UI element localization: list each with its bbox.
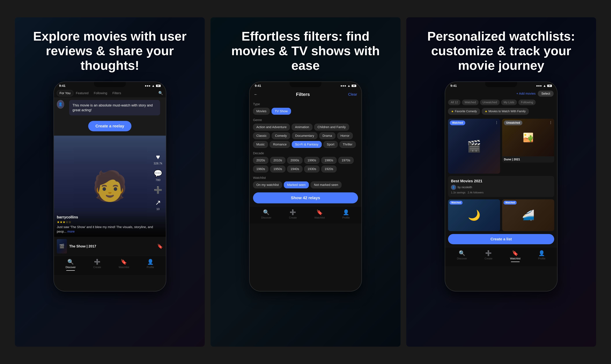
card-menu-icon[interactable]: ⋮: [495, 120, 498, 125]
comment-action[interactable]: 💬 780: [154, 169, 162, 182]
chip-movies-family[interactable]: ★ Movies to Watch With Family: [482, 108, 529, 115]
feed-nav-tabs: For You Featured Following Filters 🔍: [54, 89, 166, 98]
nav-watchlist-3[interactable]: 🔖 Watchlist: [510, 250, 520, 262]
moonlight-watched-badge: Watched: [449, 201, 462, 205]
watchlist-icon-2: 🔖: [316, 209, 323, 215]
dune-card-menu[interactable]: ⋮: [549, 120, 552, 125]
create-list-button[interactable]: Create a list: [448, 234, 554, 244]
filter-tag-sport[interactable]: Sport: [324, 141, 338, 148]
status-icons: ●●● ▲ 80: [145, 84, 161, 88]
tab-filters[interactable]: Filters: [110, 90, 124, 96]
feed-post-info: barrycollins ★★★☆☆ Just saw 'The Show' a…: [54, 212, 166, 237]
chip-favorite-comedy[interactable]: ★ Favorite Comedy: [448, 108, 480, 115]
filters-title: Filters: [296, 92, 310, 97]
filter-tag-classic[interactable]: Classic: [253, 132, 270, 139]
nav-profile-1[interactable]: 👤 Profile: [147, 259, 154, 271]
tab-for-you[interactable]: For You: [57, 90, 73, 96]
pill-following[interactable]: Following: [518, 100, 536, 105]
filter-tag-horror[interactable]: Horror: [337, 132, 353, 139]
filter-tag-thriller[interactable]: Thriller: [339, 141, 356, 148]
filter-tag-1970s[interactable]: 1970s: [338, 157, 354, 164]
filter-tag-2020s[interactable]: 2020s: [253, 157, 268, 164]
back-button[interactable]: ←: [254, 92, 258, 97]
filter-tag-music[interactable]: Music: [253, 141, 268, 148]
filter-tag-2010s[interactable]: 2010s: [270, 157, 285, 164]
post-avatar: 👤: [57, 100, 64, 109]
dune-card-title: Dune | 2021: [502, 156, 554, 162]
star-icon-1: ★: [451, 110, 454, 113]
nav-profile-2[interactable]: 👤 Profile: [342, 209, 350, 219]
filter-tag-action[interactable]: Action and Adventure: [253, 124, 290, 130]
panel-2-content: Effortless filters: find movies & TV sho…: [211, 17, 400, 347]
share-action[interactable]: ↗ 10: [155, 198, 161, 211]
signal-icon-3: ●●●: [536, 84, 542, 88]
like-action[interactable]: ♥ 328.7k: [154, 153, 162, 165]
watchlist-icon: 🔖: [121, 259, 127, 265]
bottom-navigation-1: 🔍 Discover ➕ Create 🔖 Watchlist: [54, 256, 166, 275]
filter-tag-documentary[interactable]: Documentary: [292, 132, 317, 139]
filter-tag-drama[interactable]: Drama: [319, 132, 335, 139]
tab-featured[interactable]: Featured: [73, 90, 91, 96]
profile-icon: 👤: [147, 259, 154, 265]
clear-button[interactable]: Clear: [348, 92, 357, 97]
search-icon[interactable]: 🔍: [158, 91, 163, 95]
genre-filter-section: Genre Action and Adventure Animation Chi…: [250, 116, 361, 149]
nav-create-1[interactable]: ➕ Create: [93, 259, 101, 271]
filter-tag-marked-seen[interactable]: Marked seen: [284, 182, 309, 188]
phone-1: 9:41 ●●● ▲ 80 For You Featured: [54, 81, 166, 291]
post-username: barrycollins: [57, 215, 163, 220]
filter-tag-tvshow[interactable]: TV Show: [272, 108, 291, 115]
filter-tag-1980s[interactable]: 1980s: [321, 157, 337, 164]
nav-discover-3[interactable]: 🔍 Discover: [457, 250, 467, 262]
pill-all[interactable]: All 12: [448, 100, 461, 105]
add-movies-button[interactable]: + Add movies: [516, 92, 536, 95]
tab-following[interactable]: Following: [91, 90, 110, 96]
phone-3: 9:41 ●●● ▲ 80 + Add movies Select: [445, 81, 557, 291]
filter-tag-1960s[interactable]: 1960s: [253, 166, 268, 172]
select-button[interactable]: Select: [538, 91, 554, 97]
decade-section-label: Decade: [253, 151, 358, 155]
filter-tag-romance[interactable]: Romance: [270, 141, 290, 148]
panel-3-title: Personalized watchlists: customize & tra…: [406, 17, 596, 81]
filter-tag-scifi[interactable]: Sci-Fi & Fantasy: [292, 141, 322, 148]
movie-card-1: 🎬 Watched ⋮: [448, 119, 500, 174]
nav-create-3[interactable]: ➕ Create: [485, 250, 492, 262]
moonlight-card: 🌙 Watched: [448, 199, 500, 231]
list-user-avatar: 👤: [451, 185, 456, 190]
add-action[interactable]: ➕: [154, 186, 162, 194]
filter-tag-1990s[interactable]: 1990s: [304, 157, 320, 164]
time-display-2: 9:41: [255, 84, 261, 88]
filter-tag-movies[interactable]: Movies: [253, 108, 270, 115]
filter-tag-1950s[interactable]: 1950s: [270, 166, 285, 172]
filter-tag-children[interactable]: Children and Family: [314, 124, 349, 130]
time-display-3: 9:41: [450, 84, 457, 88]
filter-tag-animation[interactable]: Animation: [292, 124, 312, 130]
panel-filters: Effortless filters: find movies & TV sho…: [211, 17, 400, 347]
more-link[interactable]: more: [67, 230, 75, 233]
filter-tag-2000s[interactable]: 2000s: [287, 157, 302, 164]
feed-action-buttons: ♥ 328.7k 💬 780 ➕: [154, 153, 162, 211]
nav-watchlist-1[interactable]: 🔖 Watchlist: [119, 259, 129, 271]
filter-tag-1920s[interactable]: 1920s: [321, 166, 337, 172]
active-underline: [66, 270, 75, 271]
nav-create-2[interactable]: ➕ Create: [289, 209, 297, 219]
phone-2-screen: ← Filters Clear Type Movies TV Show: [250, 89, 361, 291]
create-reelay-button[interactable]: Create a reelay: [88, 121, 131, 131]
phone-3-notch: [485, 82, 517, 87]
nav-discover-2[interactable]: 🔍 Discover: [261, 209, 272, 219]
show-results-button[interactable]: Show 42 relays: [253, 192, 358, 203]
filter-tag-on-watchlist[interactable]: On my watchlist: [253, 182, 282, 188]
filter-tag-comedy[interactable]: Comedy: [272, 132, 290, 139]
bookmark-icon[interactable]: 🔖: [157, 244, 163, 249]
nav-watchlist-2[interactable]: 🔖 Watchlist: [314, 209, 325, 219]
nav-profile-3[interactable]: 👤 Profile: [538, 250, 545, 262]
nav-discover-1[interactable]: 🔍 Discover: [66, 259, 76, 271]
pill-unwatched[interactable]: Unwatched: [480, 100, 500, 105]
watched-badge-1: Watched: [450, 120, 465, 125]
filter-tag-1930s[interactable]: 1930s: [304, 166, 320, 172]
review-bubble: This movie is an absolute must-watch wit…: [69, 100, 160, 116]
filter-tag-not-marked-seen[interactable]: Not marked seen: [311, 182, 341, 188]
pill-watched[interactable]: Watched: [462, 100, 478, 105]
filter-tag-1940s[interactable]: 1940s: [287, 166, 302, 172]
pill-my-lists[interactable]: My Lists: [501, 100, 517, 105]
